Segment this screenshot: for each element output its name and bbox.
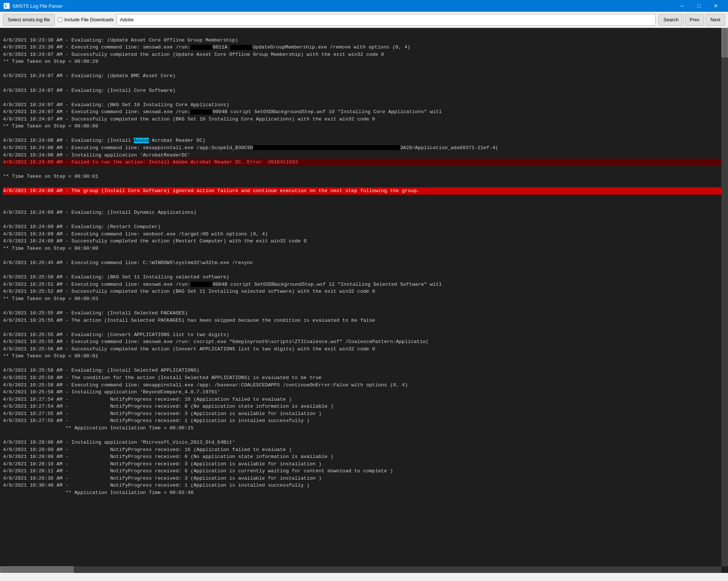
minimize-button[interactable]: ─ [674,0,691,12]
log-line: 4/8/2021 10:25:55 AM - Evaluating: (Conv… [3,332,229,338]
scrollbar-thumb-h[interactable] [0,566,73,573]
log-line: 4/8/2021 10:27:54 AM - NotifyProgress re… [3,404,333,409]
app-icon: S [4,3,10,9]
redacted-block [230,45,252,50]
include-downloads-text: Include File Downloads [64,17,114,22]
search-input[interactable] [116,14,656,26]
log-line: 4/8/2021 10:24:07 AM - Executing command… [3,109,442,115]
include-downloads-label[interactable]: Include File Downloads [58,17,114,22]
log-line: 4/8/2021 10:28:10 AM - NotifyProgress re… [3,461,322,467]
log-line: 4/8/2021 10:25:58 AM - Executing command… [3,382,408,388]
log-line: ** Application Installation Time = 00:00… [3,425,193,431]
log-line: 4/8/2021 10:25:50 AM - Evaluating: (BKG … [3,274,229,280]
log-line: 4/8/2021 10:24:07 AM - Successfully comp… [3,116,375,122]
search-highlight: Adobe [134,138,149,143]
log-line: 4/8/2021 10:27:55 AM - NotifyProgress re… [3,418,309,423]
log-line: 4/8/2021 10:25:45 AM - Executing command… [3,260,253,266]
log-line: 4/8/2021 10:28:11 AM - NotifyProgress re… [3,468,393,474]
log-line: 4/8/2021 10:28:09 AM - NotifyProgress re… [3,454,333,459]
log-line: 4/8/2021 10:27:55 AM - NotifyProgress re… [3,411,322,416]
redacted-block [190,45,212,50]
close-button[interactable]: ✕ [707,0,724,12]
redacted-block [253,145,400,150]
log-line: ** Time Taken on Step = 00:00:00 [3,246,98,251]
redacted-block [190,109,212,115]
log-line: 4/8/2021 10:28:36 AM - NotifyProgress re… [3,476,322,481]
log-container[interactable]: 4/8/2021 10:23:38 AM - Evaluating: (Upda… [0,28,728,573]
log-line: 4/8/2021 10:24:09 AM - Evaluating: (Rest… [3,224,161,230]
log-line-error: 4/8/2021 10:24:09 AM - Failed to run the… [3,159,725,166]
log-line: ** Time Taken on Step = 00:00:01 [3,353,98,359]
svg-text:S: S [4,4,7,8]
log-line: 4/8/2021 10:25:55 AM - Evaluating: (Inst… [3,310,187,316]
log-line: 4/8/2021 10:25:56 AM - Successfully comp… [3,346,375,352]
log-line: 4/8/2021 10:25:58 AM - Installing applic… [3,389,220,395]
toolbar: Select smsts.log file Include File Downl… [0,12,728,28]
restore-button[interactable]: □ [691,0,707,12]
app-title: SMSTS Log File Parser [12,3,63,9]
log-line: 4/8/2021 10:30:48 AM - NotifyProgress re… [3,483,309,488]
scrollbar-thumb-v[interactable] [721,28,728,57]
log-line: 4/8/2021 10:23:38 AM - Evaluating: (Upda… [3,37,238,43]
log-line: 4/8/2021 10:24:07 AM - Evaluating: (Inst… [3,88,176,93]
include-downloads-checkbox[interactable] [58,17,62,22]
log-line: 4/8/2021 10:24:07 AM - Evaluating: (BKG … [3,102,229,108]
log-line: 4/8/2021 10:25:55 AM - The action (Insta… [3,318,375,323]
log-line: 4/8/2021 10:25:58 AM - Evaluating: (Inst… [3,368,200,373]
log-line: 4/8/2021 10:23:38 AM - Executing command… [3,44,410,50]
log-line: 4/8/2021 10:24:09 AM - Successfully comp… [3,238,306,244]
log-line: 4/8/2021 10:24:08 AM - Installing applic… [3,152,190,158]
title-bar: S SMSTS Log File Parser ─ □ ✕ [0,0,728,12]
log-line: ** Time Taken on Step = 00:00:29 [3,59,98,64]
log-line: 4/8/2021 10:24:09 AM - Executing command… [3,231,268,237]
log-line: 4/8/2021 10:24:07 AM - Evaluating: (Upda… [3,73,176,79]
title-bar-left: S SMSTS Log File Parser [4,3,63,9]
log-line: ** Time Taken on Step = 00:00:01 [3,174,98,179]
log-line: 4/8/2021 10:28:08 AM - Installing applic… [3,440,235,445]
log-line: 4/8/2021 10:25:51 AM - Executing command… [3,282,442,287]
log-line: 4/8/2021 10:27:54 AM - NotifyProgress re… [3,397,292,402]
log-line: ** Time Taken on Step = 00:00:03 [3,296,98,302]
log-line: 4/8/2021 10:24:08 AM - Evaluating: (Inst… [3,138,205,143]
log-line: 4/8/2021 10:25:52 AM - Successfully comp… [3,289,375,294]
log-line: ** Application Installation Time = 00:02… [3,490,193,495]
horizontal-scrollbar[interactable] [0,566,721,573]
log-line-red-bg: 4/8/2021 10:24:09 AM - The group (Instal… [3,187,725,195]
log-line: 4/8/2021 10:24:09 AM - Evaluating: (Inst… [3,210,197,215]
vertical-scrollbar[interactable] [721,28,728,566]
select-file-button[interactable]: Select smsts.log file [3,14,55,26]
log-line: 4/8/2021 10:24:08 AM - Executing command… [3,145,498,151]
prev-button[interactable]: Prev [685,14,704,26]
log-line: 4/8/2021 10:25:55 AM - Executing command… [3,339,429,344]
log-line: 4/8/2021 10:24:07 AM - Successfully comp… [3,52,384,57]
search-button[interactable]: Search [659,14,683,26]
log-line: ** Time Taken on Step = 00:00:00 [3,123,98,129]
window-controls: ─ □ ✕ [674,0,724,12]
next-button[interactable]: Next [706,14,725,26]
log-line: 4/8/2021 10:28:09 AM - NotifyProgress re… [3,447,292,452]
toolbar-right: Search Prev Next [659,14,725,26]
log-content: 4/8/2021 10:23:38 AM - Evaluating: (Upda… [0,28,728,505]
redacted-block [190,282,212,287]
log-line: 4/8/2021 10:25:58 AM - The condition for… [3,375,322,380]
